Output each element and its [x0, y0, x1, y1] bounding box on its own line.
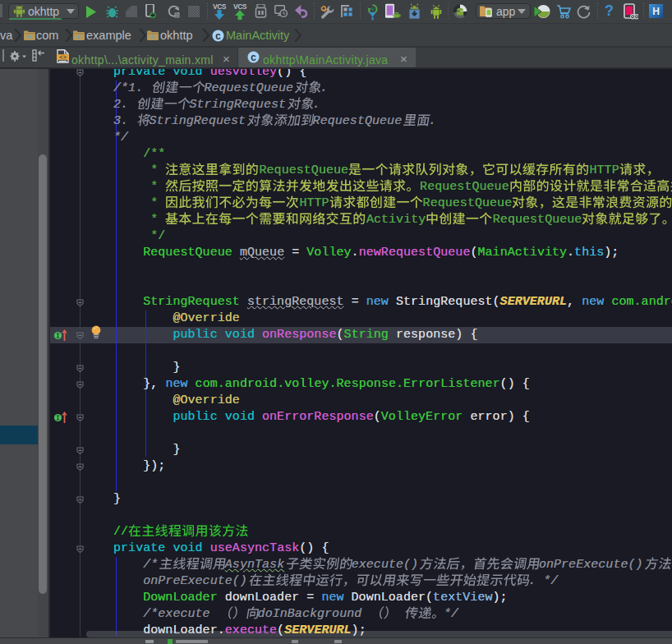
svg-text:C: C: [251, 53, 256, 63]
svg-text:<>: <>: [59, 54, 67, 61]
svg-text:H: H: [652, 6, 660, 17]
svg-text:C: C: [215, 32, 221, 42]
